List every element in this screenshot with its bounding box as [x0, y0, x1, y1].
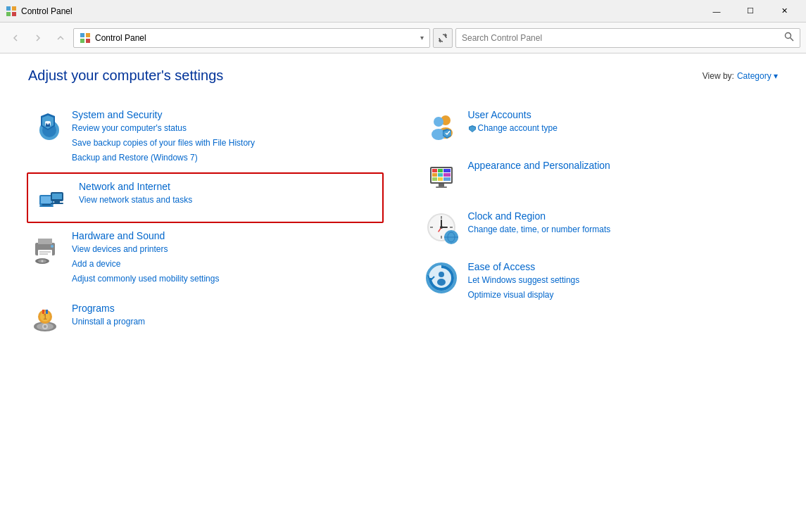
- hardware-sound-link-3[interactable]: Adjust commonly used mobility settings: [72, 272, 219, 286]
- svg-point-80: [439, 272, 444, 277]
- category-network-internet: Network and Internet View network status…: [27, 172, 384, 223]
- network-internet-title[interactable]: Network and Internet: [79, 181, 192, 192]
- right-column: User Accounts Change account type: [424, 101, 779, 345]
- svg-rect-53: [432, 169, 437, 172]
- svg-rect-20: [39, 205, 53, 207]
- address-bar-icon: [80, 32, 91, 44]
- main-content: Adjust your computer's settings View by:…: [0, 53, 806, 532]
- category-user-accounts: User Accounts Change account type: [424, 101, 779, 151]
- svg-rect-60: [438, 177, 443, 181]
- address-text: Control Panel: [95, 33, 416, 43]
- svg-rect-3: [12, 12, 16, 16]
- svg-rect-55: [443, 169, 451, 172]
- svg-rect-54: [438, 169, 443, 172]
- svg-rect-26: [38, 239, 52, 244]
- close-button[interactable]: ✕: [768, 0, 800, 23]
- ease-access-title[interactable]: Ease of Access: [468, 261, 580, 272]
- category-programs: 1 Programs Uninstall a program: [28, 294, 382, 345]
- svg-rect-42: [46, 310, 48, 314]
- programs-title[interactable]: Programs: [72, 303, 145, 314]
- network-internet-link-1[interactable]: View network status and tasks: [79, 194, 192, 207]
- page-title: Adjust your computer's settings: [28, 68, 223, 84]
- programs-link-1[interactable]: Uninstall a program: [72, 315, 145, 329]
- view-by-dropdown[interactable]: Category ▾: [737, 71, 778, 81]
- svg-point-33: [42, 260, 44, 262]
- system-security-icon: [28, 109, 62, 143]
- page-header: Adjust your computer's settings View by:…: [28, 68, 778, 84]
- view-by-label: View by:: [703, 71, 734, 81]
- up-button[interactable]: [51, 28, 70, 48]
- clock-region-icon: [424, 210, 458, 244]
- clock-region-text: Clock and Region Change date, time, or n…: [468, 210, 611, 236]
- back-button[interactable]: [6, 28, 25, 48]
- svg-rect-22: [52, 194, 62, 199]
- hardware-sound-link-1[interactable]: View devices and printers: [72, 243, 219, 256]
- ease-access-icon: [424, 261, 458, 295]
- svg-rect-19: [42, 204, 51, 205]
- appearance-text: Appearance and Personalization: [468, 160, 610, 171]
- user-accounts-text: User Accounts Change account type: [468, 109, 558, 135]
- user-accounts-icon: [424, 109, 458, 143]
- svg-rect-61: [443, 177, 451, 181]
- svg-point-45: [434, 117, 443, 127]
- hardware-sound-icon: [28, 230, 62, 264]
- svg-marker-50: [470, 126, 475, 132]
- system-security-link-1[interactable]: Review your computer's status: [72, 122, 255, 135]
- title-bar-left: Control Panel: [6, 6, 73, 17]
- svg-rect-23: [54, 201, 60, 203]
- svg-rect-29: [39, 253, 48, 255]
- system-security-link-3[interactable]: Backup and Restore (Windows 7): [72, 151, 255, 165]
- svg-rect-28: [39, 251, 51, 253]
- svg-rect-58: [443, 173, 451, 177]
- system-security-title[interactable]: System and Security: [72, 109, 255, 120]
- svg-point-8: [786, 33, 791, 39]
- svg-rect-2: [6, 12, 11, 16]
- search-bar[interactable]: [455, 28, 800, 48]
- clock-region-title[interactable]: Clock and Region: [468, 210, 611, 222]
- system-security-link-2[interactable]: Save backup copies of your files with Fi…: [72, 137, 255, 150]
- hardware-sound-text: Hardware and Sound View devices and prin…: [72, 230, 219, 286]
- appearance-title[interactable]: Appearance and Personalization: [468, 160, 610, 171]
- user-accounts-link-1[interactable]: Change account type: [468, 122, 558, 135]
- forward-button[interactable]: [28, 28, 48, 48]
- svg-rect-1: [12, 6, 16, 11]
- minimize-button[interactable]: —: [700, 0, 733, 23]
- category-hardware-sound: Hardware and Sound View devices and prin…: [28, 222, 382, 295]
- svg-rect-5: [86, 33, 90, 37]
- svg-rect-62: [439, 184, 444, 186]
- system-security-text: System and Security Review your computer…: [72, 109, 255, 165]
- category-system-security: System and Security Review your computer…: [28, 101, 382, 174]
- svg-rect-7: [86, 39, 90, 43]
- hardware-sound-link-2[interactable]: Add a device: [72, 258, 219, 271]
- refresh-button[interactable]: [433, 28, 453, 48]
- svg-text:1: 1: [43, 313, 47, 321]
- search-icon[interactable]: [784, 32, 794, 44]
- address-dropdown-arrow[interactable]: ▾: [420, 34, 424, 42]
- svg-line-9: [791, 38, 794, 42]
- svg-point-16: [46, 122, 49, 125]
- left-column: System and Security Review your computer…: [28, 101, 382, 345]
- svg-rect-57: [438, 173, 443, 177]
- search-input[interactable]: [462, 33, 781, 43]
- svg-point-37: [44, 325, 46, 328]
- svg-rect-41: [42, 310, 44, 314]
- svg-rect-0: [6, 6, 11, 11]
- svg-rect-6: [80, 39, 84, 43]
- address-bar[interactable]: Control Panel ▾: [73, 28, 430, 48]
- clock-region-link-1[interactable]: Change date, time, or number formats: [468, 223, 611, 236]
- ease-access-text: Ease of Access Let Windows suggest setti…: [468, 261, 580, 302]
- hardware-sound-title[interactable]: Hardware and Sound: [72, 230, 219, 241]
- network-internet-text: Network and Internet View network status…: [79, 181, 192, 207]
- svg-rect-59: [432, 177, 437, 181]
- svg-point-73: [440, 226, 443, 229]
- ease-access-link-1[interactable]: Let Windows suggest settings: [468, 274, 580, 287]
- title-bar: Control Panel — ☐ ✕: [0, 0, 806, 23]
- programs-text: Programs Uninstall a program: [72, 303, 145, 329]
- user-accounts-title[interactable]: User Accounts: [468, 109, 558, 120]
- ease-access-link-2[interactable]: Optimize visual display: [468, 289, 580, 302]
- control-panel-icon: [6, 6, 17, 17]
- svg-rect-63: [436, 186, 447, 188]
- maximize-button[interactable]: ☐: [734, 0, 767, 23]
- shield-small-icon: [468, 125, 477, 133]
- navigation-bar: Control Panel ▾: [0, 23, 806, 53]
